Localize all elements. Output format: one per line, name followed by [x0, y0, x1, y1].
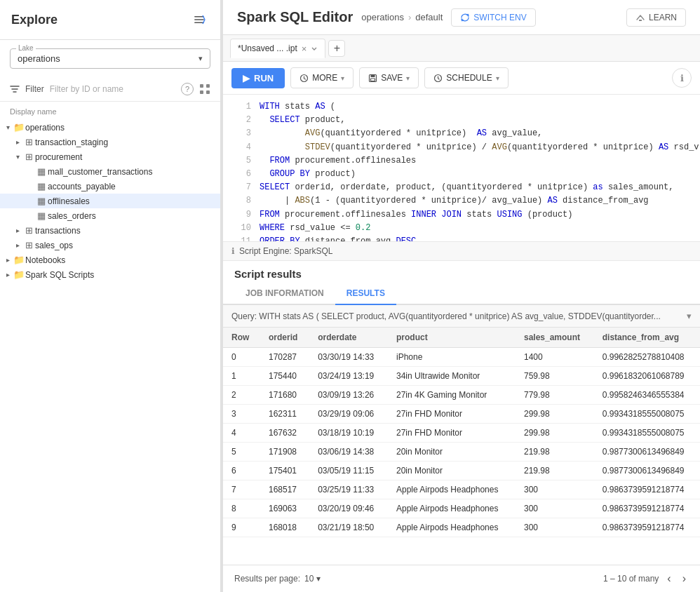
tree-item-sales-ops[interactable]: ▸ ⊞ sales_ops — [0, 238, 220, 253]
tree-label-accounts-payable: accounts_payable — [48, 182, 116, 191]
collapse-icon — [193, 13, 206, 26]
tree-item-spark-sql-scripts[interactable]: ▸ 📁 Spark SQL Scripts — [0, 267, 220, 282]
cell-orderid: 171908 — [260, 443, 309, 462]
page-size: Results per page: 10 ▾ — [234, 574, 321, 584]
script-engine-label: Script Engine: SparkSQL — [239, 246, 332, 256]
tree-arrow-operations: ▾ — [3, 123, 13, 131]
code-line-6: 6 GROUP BY product) — [223, 168, 700, 181]
code-editor[interactable]: 1 WITH stats AS ( 2 SELECT product, 3 AV… — [223, 95, 700, 242]
tree: ▾ 📁 operations ▸ ⊞ transaction_staging ▾… — [0, 119, 220, 592]
run-button[interactable]: ▶ RUN — [231, 68, 285, 88]
learn-button[interactable]: LEARN — [626, 8, 686, 27]
toolbar: ▶ RUN MORE ▾ SAVE ▾ SCHEDULE ▾ ℹ — [223, 62, 700, 95]
folder-icon-notebooks: 📁 — [13, 255, 25, 265]
page-size-value: 10 — [304, 574, 314, 584]
tree-item-operations[interactable]: ▾ 📁 operations — [0, 120, 220, 135]
page-size-label: Results per page: — [234, 574, 300, 584]
tree-label-offlinesales: offlinesales — [48, 196, 90, 206]
tree-label-transaction-staging: transaction_staging — [35, 137, 108, 147]
lake-selector[interactable]: Lake operations ▾ — [10, 48, 210, 69]
cell-row: 6 — [223, 462, 260, 480]
query-expand-icon[interactable]: ▾ — [687, 311, 692, 321]
svg-rect-8 — [206, 90, 210, 94]
cell-row: 1 — [223, 367, 260, 386]
filter-input[interactable] — [50, 84, 175, 94]
page-range: 1 – 10 of many — [603, 574, 659, 584]
cell-orderdate: 03/09/19 13:26 — [309, 386, 388, 405]
pagination-bar: Results per page: 10 ▾ 1 – 10 of many ‹ … — [223, 565, 700, 592]
folder-icon-operations: 📁 — [13, 122, 25, 133]
db-icon-sales-ops: ⊞ — [22, 240, 35, 250]
tree-item-sales-orders[interactable]: ▸ ▦ sales_orders — [0, 208, 220, 223]
tab-close-icon[interactable]: × — [302, 44, 307, 53]
lake-dropdown-icon: ▾ — [198, 54, 203, 63]
sidebar-collapse-button[interactable] — [189, 10, 209, 29]
filter-help-icon[interactable]: ? — [181, 83, 194, 95]
info-button[interactable]: ℹ — [672, 68, 692, 88]
cell-orderid: 168517 — [260, 480, 309, 499]
save-button[interactable]: SAVE ▾ — [359, 67, 419, 88]
cell-sales_amount: 299.98 — [516, 405, 594, 424]
col-header-sales-amount: sales_amount — [516, 328, 594, 348]
cell-sales_amount: 779.98 — [516, 386, 594, 405]
tree-arrow-transaction-staging: ▸ — [13, 138, 22, 146]
cell-product: 34in Ultrawide Monitor — [388, 367, 516, 386]
add-tab-button[interactable]: + — [328, 40, 345, 57]
tree-item-mall-customer-transactions[interactable]: ▸ ▦ mall_customer_transactions — [0, 164, 220, 179]
active-tab[interactable]: *Unsaved ... .ipt × — [230, 39, 325, 58]
lake-value: operations — [18, 53, 60, 64]
page-size-select[interactable]: 10 ▾ — [304, 574, 321, 584]
cell-row: 3 — [223, 405, 260, 424]
code-line-10: 10 WHERE rsd_value <= 0.2 — [223, 222, 700, 235]
code-line-1: 1 WITH stats AS ( — [223, 100, 700, 114]
cell-product: 20in Monitor — [388, 443, 516, 462]
switch-env-button[interactable]: SWITCH ENV — [451, 8, 535, 27]
tree-item-transaction-staging[interactable]: ▸ ⊞ transaction_staging — [0, 135, 220, 149]
table-row: 117544003/24/19 13:1934in Ultrawide Moni… — [223, 367, 700, 386]
table-row: 816906303/20/19 09:46Apple Airpods Headp… — [223, 499, 700, 518]
cell-product: Apple Airpods Headphones — [388, 499, 516, 518]
query-bar: Query: WITH stats AS ( SELECT product, A… — [223, 305, 700, 328]
svg-rect-1 — [194, 19, 204, 20]
cell-orderdate: 03/30/19 14:33 — [309, 348, 388, 367]
tab-job-information[interactable]: JOB INFORMATION — [234, 283, 335, 305]
tree-item-notebooks[interactable]: ▸ 📁 Notebooks — [0, 253, 220, 267]
tab-dropdown-icon[interactable] — [311, 45, 318, 52]
tree-item-offlinesales[interactable]: ▸ ▦ offlinesales — [0, 194, 220, 208]
cell-orderdate: 03/21/19 18:50 — [309, 518, 388, 537]
tab-results[interactable]: RESULTS — [335, 283, 396, 305]
cell-distance_from_avg: 0.9863739591218774 — [594, 499, 700, 518]
next-page-button[interactable]: › — [680, 571, 689, 586]
cell-distance_from_avg: 0.9934318555008075 — [594, 405, 700, 424]
tree-item-procurement[interactable]: ▾ ⊞ procurement — [0, 149, 220, 164]
main: Spark SQL Editor operations › default SW… — [223, 0, 700, 592]
table-icon-mall-customer-transactions: ▦ — [35, 166, 48, 177]
more-button[interactable]: MORE ▾ — [290, 67, 354, 88]
table-row: 017028703/30/19 14:33iPhone14000.9962825… — [223, 348, 700, 367]
schedule-button[interactable]: SCHEDULE ▾ — [424, 67, 508, 88]
grid-view-icon[interactable] — [199, 83, 210, 95]
breadcrumb-operations: operations — [361, 12, 404, 22]
table-icon-sales-orders: ▦ — [35, 210, 48, 221]
code-line-8: 8 | ABS(1 - (quantityordered * unitprice… — [223, 194, 700, 208]
cell-orderdate: 03/18/19 10:19 — [309, 424, 388, 443]
cell-sales_amount: 300 — [516, 480, 594, 499]
tree-arrow-sales-ops: ▸ — [13, 241, 22, 249]
script-engine-bar: ℹ Script Engine: SparkSQL — [223, 242, 700, 261]
display-name-label: Display name — [0, 102, 220, 119]
tree-item-accounts-payable[interactable]: ▸ ▦ accounts_payable — [0, 179, 220, 194]
filter-bar: Filter ? — [0, 77, 220, 102]
tree-label-operations: operations — [25, 123, 65, 133]
svg-rect-6 — [206, 84, 210, 88]
table-icon-transaction-staging: ⊞ — [22, 137, 35, 147]
cell-orderid: 175440 — [260, 367, 309, 386]
more-chevron-icon: ▾ — [341, 74, 344, 82]
data-table-wrapper[interactable]: Row orderid orderdate product sales_amou… — [223, 328, 700, 565]
cell-orderdate: 03/25/19 11:33 — [309, 480, 388, 499]
tree-arrow-procurement: ▾ — [13, 153, 22, 161]
code-line-2: 2 SELECT product, — [223, 114, 700, 127]
prev-page-button[interactable]: ‹ — [664, 571, 673, 586]
tree-item-transactions[interactable]: ▸ ⊞ transactions — [0, 223, 220, 238]
cell-distance_from_avg: 0.9958246346555384 — [594, 386, 700, 405]
table-row: 217168003/09/19 13:2627in 4K Gaming Moni… — [223, 386, 700, 405]
